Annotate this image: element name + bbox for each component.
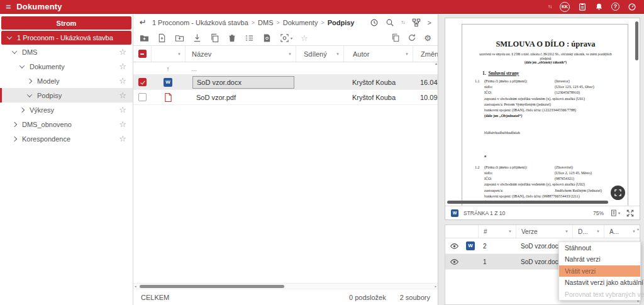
fit-to-screen-button[interactable]	[611, 186, 625, 200]
dashboard-icon[interactable]	[628, 3, 636, 11]
avatar[interactable]: KK	[560, 2, 570, 12]
sidebar-item-vykresy[interactable]: Výkresy ☆	[0, 103, 133, 117]
filter-caret-icon[interactable]: ▼	[336, 52, 340, 56]
bell-icon[interactable]	[595, 3, 603, 11]
scroll-right-icon[interactable]: ▸	[435, 284, 436, 288]
preview-footer: W STRÁNKA 1 Z 10 75% ▾	[445, 206, 640, 219]
scan-dropdown-button[interactable]: ▾	[280, 33, 292, 43]
versions-table-header: # ▼ Verze ▼ D... ▼ A... ▼	[445, 225, 640, 238]
scroll-left-icon[interactable]: ◂	[135, 284, 136, 288]
help-icon[interactable]: ?	[611, 3, 619, 11]
transfer-icon[interactable]: ↑↓	[548, 4, 552, 9]
chevron-down-icon: ▾	[291, 36, 292, 40]
hierarchy-icon[interactable]	[412, 18, 421, 27]
sidebar-item-podpisy[interactable]: Podpisy ☆	[0, 88, 133, 103]
table-row[interactable]: W SoD vzor.docx Kryštof Kouba 16.04.2	[133, 75, 438, 90]
copy-layout-button[interactable]	[391, 33, 400, 42]
tree-header-button[interactable]: Strom	[1, 16, 131, 30]
clipboard-icon[interactable]	[578, 2, 587, 11]
filter-caret-icon[interactable]: ▼	[288, 52, 292, 56]
favorite-star-icon[interactable]: ☆	[119, 62, 126, 70]
scroll-up-icon[interactable]: ▴	[435, 61, 437, 65]
menu-item-download[interactable]: Stáhnout	[559, 242, 640, 253]
document-sync-button[interactable]	[262, 33, 272, 43]
search-icon[interactable]	[386, 18, 394, 27]
refresh-button[interactable]	[408, 33, 416, 42]
scroll-up-icon[interactable]: ▴	[637, 226, 639, 231]
navigate-up-icon[interactable]: ↵	[140, 18, 147, 27]
chevron-right-icon[interactable]: >	[428, 19, 431, 26]
sidebar-item-modely[interactable]: Modely ☆	[0, 74, 133, 88]
favorite-star-icon[interactable]: ☆	[119, 106, 126, 114]
hamburger-menu-icon[interactable]: ≡	[0, 2, 16, 12]
horizontal-scrollbar[interactable]: ◂ ▸	[133, 283, 438, 289]
breadcrumb-tools: ↑↓ >	[370, 18, 431, 27]
up-folder-icon[interactable]: ↑	[166, 65, 170, 72]
favorite-star-icon[interactable]: ☆	[119, 120, 126, 128]
upload-folder-button[interactable]	[175, 33, 184, 43]
favorite-star-icon[interactable]: ☆	[119, 77, 126, 85]
filter-caret-icon[interactable]: ▼	[405, 52, 409, 56]
upload-file-button[interactable]	[157, 33, 167, 43]
copy-button[interactable]	[210, 33, 219, 43]
table-row[interactable]: SoD vzor.pdf Kryštof Kouba 10.09.2	[133, 90, 438, 105]
breadcrumb-separator: >	[276, 19, 279, 26]
preview-horizontal-scrollbar[interactable]	[447, 201, 608, 204]
author-column-header[interactable]: Autor ▼	[343, 46, 413, 62]
document-filler-text: bldfuivhadfuibhadfuiah	[484, 130, 616, 136]
menu-item-revert-version[interactable]: Vrátit verzi	[559, 265, 640, 277]
preview-vertical-scrollbar[interactable]	[635, 21, 638, 60]
name-column-header[interactable]: Název ▼	[185, 46, 296, 62]
sidebar-item-dms[interactable]: DMS ☆	[0, 45, 133, 59]
row-checkbox[interactable]	[138, 78, 147, 86]
download-button[interactable]	[192, 33, 202, 43]
sidebar-item-dms-obnoveno[interactable]: DMS_obnoveno ☆	[0, 117, 133, 131]
version-number-column-header[interactable]: # ▼	[478, 225, 516, 238]
page-layout-dropdown[interactable]: ▾	[610, 209, 620, 217]
menu-item-set-current-version[interactable]: Nastavit verzi jako aktuální	[559, 277, 640, 288]
select-all-checkbox[interactable]	[138, 50, 147, 58]
scrollbar-thumb[interactable]	[140, 285, 284, 288]
sort-icon[interactable]: ↑↓	[401, 19, 405, 25]
file-name[interactable]: SoD vzor.pdf	[185, 94, 296, 101]
type-column-header[interactable]: ▼	[151, 46, 185, 62]
parent-folder-label[interactable]: ...	[185, 65, 296, 72]
filter-caret-icon[interactable]: ▼	[177, 52, 181, 56]
expand-preview-icon[interactable]	[626, 209, 634, 217]
version-date-column-header[interactable]: D... ▼	[572, 225, 604, 238]
eye-icon[interactable]	[450, 258, 459, 265]
gear-icon[interactable]: ⚙	[424, 34, 431, 42]
shared-column-header[interactable]: Sdílený ▼	[296, 46, 343, 62]
new-folder-button[interactable]	[140, 33, 149, 43]
checklist-button[interactable]	[245, 33, 254, 43]
filter-caret-icon[interactable]: ▼	[632, 230, 636, 233]
sidebar-item-korespondence[interactable]: Korespondence ☆	[0, 131, 133, 146]
filter-caret-icon[interactable]: ▼	[596, 230, 600, 233]
version-name-column-header[interactable]: Verze ▼	[516, 225, 572, 238]
preview-viewport[interactable]: SMLOUVA O DÍLO : úprava uzavřená ve smys…	[445, 18, 640, 206]
history-icon[interactable]	[370, 18, 379, 27]
delete-button[interactable]	[228, 33, 236, 43]
row-checkbox[interactable]	[138, 93, 147, 101]
favorite-star-icon[interactable]: ☆	[119, 91, 126, 99]
chevron-right-icon	[27, 78, 32, 83]
parent-folder-row[interactable]: ↑ ...	[133, 62, 438, 75]
breadcrumb-item[interactable]: DMS	[258, 19, 273, 26]
tree-root-project[interactable]: 1 Proconom - Ukázková stavba	[1, 31, 131, 45]
filter-caret-icon[interactable]: ▼	[508, 230, 512, 233]
breadcrumb-item[interactable]: 1 Proconom - Ukázková stavba	[152, 19, 248, 26]
modified-column-header[interactable]: Změněn	[413, 46, 438, 62]
file-name[interactable]: SoD vzor.docx	[192, 76, 294, 89]
chevron-down-icon	[19, 63, 25, 68]
zoom-level[interactable]: 75%	[593, 210, 604, 216]
version-author-column-header[interactable]: A... ▼	[604, 225, 640, 238]
menu-item-upload-version[interactable]: Nahrát verzi	[559, 253, 640, 265]
breadcrumb-item[interactable]: Dokumenty	[283, 19, 318, 26]
favorite-star-icon[interactable]: ☆	[119, 48, 126, 56]
sidebar-item-dokumenty[interactable]: Dokumenty ☆	[0, 59, 133, 74]
favorite-star-icon[interactable]: ☆	[119, 135, 126, 143]
eye-icon[interactable]	[450, 243, 459, 250]
favorite-filter-button[interactable]: ☆	[301, 33, 308, 43]
filter-caret-icon[interactable]: ▼	[565, 230, 569, 233]
breadcrumb-item-current[interactable]: Podpisy	[328, 19, 355, 26]
